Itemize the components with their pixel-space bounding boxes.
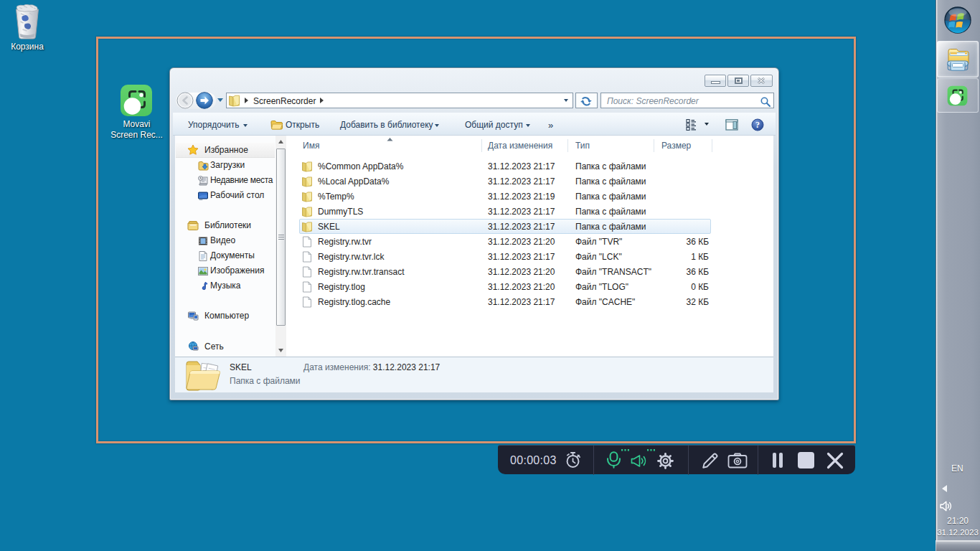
svg-text:?: ? <box>755 120 760 130</box>
